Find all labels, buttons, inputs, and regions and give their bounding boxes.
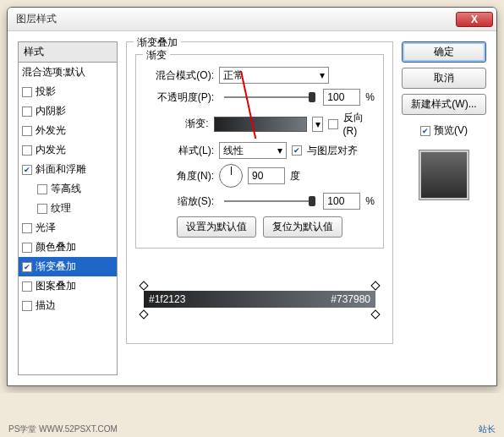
chevron-down-icon: ▾ [320,69,325,81]
gradient-stop-left: #1f2123 [149,293,185,305]
gradient-row: 渐变: ▾ 反向(R) [145,111,375,137]
gradient-subgroup: 渐变 混合模式(O): 正常 ▾ 不透明度(P): 100 % [135,54,384,249]
gradient-bar[interactable]: #1f2123 #737980 [144,291,375,308]
style-item[interactable]: 纹理 [19,199,117,218]
close-button[interactable]: X [456,12,493,27]
actions-panel: 确定 取消 新建样式(W)... ✔ 预览(V) [402,41,486,375]
style-row: 样式(L): 线性 ▾ ✔ 与图层对齐 [145,142,375,159]
scale-input[interactable]: 100 [323,193,360,210]
opacity-label: 不透明度(P): [145,90,214,105]
gradient-picker-button[interactable]: ▾ [312,117,323,132]
cancel-button[interactable]: 取消 [402,68,486,89]
ok-button[interactable]: 确定 [402,41,486,63]
style-item-label: 外发光 [36,123,66,138]
style-item[interactable]: ✔斜面和浮雕 [19,160,117,179]
style-label: 样式(L): [145,144,214,158]
slider-thumb[interactable] [309,196,315,206]
chevron-down-icon: ▾ [277,145,282,156]
transform-handle[interactable] [370,281,380,290]
style-checkbox[interactable] [37,184,47,194]
style-item-label: 纹理 [51,201,71,216]
scale-label: 缩放(S): [145,194,214,209]
gradient-overlay-group: 渐变叠加 渐变 混合模式(O): 正常 ▾ 不透明度(P): 100 [126,41,393,344]
transform-handle[interactable] [370,309,380,319]
styles-list: 混合选项:默认投影内阴影外发光内发光✔斜面和浮雕等高线纹理光泽颜色叠加✔渐变叠加… [18,63,118,375]
transform-handle[interactable] [139,281,148,290]
style-item-label: 光泽 [36,221,56,235]
style-item[interactable]: 等高线 [19,179,117,199]
style-item[interactable]: 内阴影 [19,101,117,121]
close-icon: X [471,14,478,25]
style-checkbox[interactable] [22,87,32,97]
style-item[interactable]: 内发光 [19,140,117,160]
style-item-label: 图案叠加 [36,279,76,293]
styles-list-panel: 样式 混合选项:默认投影内阴影外发光内发光✔斜面和浮雕等高线纹理光泽颜色叠加✔渐… [18,41,118,375]
align-checkbox[interactable]: ✔ [292,145,302,156]
style-checkbox[interactable] [22,126,32,136]
style-item-label: 等高线 [51,182,81,196]
style-select[interactable]: 线性 ▾ [219,142,287,159]
blend-mode-label: 混合模式(O): [145,68,214,83]
default-buttons-row: 设置为默认值 复位为默认值 [145,216,375,238]
style-checkbox[interactable] [22,107,32,117]
layer-style-dialog: 图层样式 X 样式 混合选项:默认投影内阴影外发光内发光✔斜面和浮雕等高线纹理光… [7,7,497,386]
style-item-label: 描边 [36,298,56,313]
style-checkbox[interactable] [22,243,32,253]
style-item[interactable]: 描边 [19,296,117,315]
new-style-button[interactable]: 新建样式(W)... [402,94,486,115]
gradient-swatch[interactable] [214,117,308,132]
styles-list-header: 样式 [18,41,118,63]
style-item[interactable]: 光泽 [19,218,117,238]
style-checkbox[interactable] [37,204,47,214]
reverse-label: 反向(R) [343,111,375,137]
opacity-slider[interactable] [224,96,313,98]
style-checkbox[interactable] [22,223,32,233]
preview-thumbnail [419,150,469,200]
angle-row: 角度(N): 90 度 [145,164,375,188]
style-item[interactable]: 图案叠加 [19,276,117,296]
angle-label: 角度(N): [145,169,214,183]
style-checkbox[interactable] [22,281,32,292]
scale-unit: % [365,195,375,207]
gradient-stop-right: #737980 [331,293,370,305]
style-item-label: 渐变叠加 [36,259,76,274]
transform-handle[interactable] [139,309,148,319]
window-title: 图层样式 [16,12,456,26]
style-item[interactable]: 投影 [19,82,117,101]
angle-dial[interactable] [219,164,243,188]
style-checkbox[interactable]: ✔ [22,165,32,175]
gradient-label: 渐变: [145,117,209,131]
reverse-checkbox[interactable] [328,119,337,129]
style-item[interactable]: 外发光 [19,121,117,140]
style-item-label: 颜色叠加 [36,240,76,254]
opacity-input[interactable]: 100 [323,89,360,106]
align-label: 与图层对齐 [307,144,358,158]
preview-toggle-row: ✔ 预览(V) [402,123,486,138]
chevron-down-icon: ▾ [315,118,320,130]
blend-mode-select[interactable]: 正常 ▾ [219,67,329,84]
style-checkbox[interactable] [22,301,32,311]
scale-row: 缩放(S): 100 % [145,193,375,210]
style-item[interactable]: 颜色叠加 [19,238,117,257]
style-item[interactable]: 混合选项:默认 [19,63,117,82]
set-default-button[interactable]: 设置为默认值 [177,216,256,238]
style-item-label: 内阴影 [36,104,66,118]
style-checkbox[interactable]: ✔ [22,262,32,272]
titlebar[interactable]: 图层样式 X [8,8,496,31]
style-item-label: 斜面和浮雕 [36,162,86,177]
opacity-unit: % [365,91,375,103]
preview-checkbox[interactable]: ✔ [420,126,430,136]
style-item-label: 投影 [36,85,56,99]
angle-unit: 度 [290,169,300,183]
style-item-label: 内发光 [36,143,66,157]
slider-thumb[interactable] [309,92,315,102]
style-item[interactable]: ✔渐变叠加 [19,257,117,276]
style-item-label: 混合选项:默认 [22,65,85,79]
style-checkbox[interactable] [22,145,32,156]
reset-default-button[interactable]: 复位为默认值 [263,216,342,238]
blend-mode-row: 混合模式(O): 正常 ▾ [145,67,375,84]
settings-panel: 渐变叠加 渐变 混合模式(O): 正常 ▾ 不透明度(P): 100 [126,41,393,375]
scale-slider[interactable] [224,200,313,202]
opacity-row: 不透明度(P): 100 % [145,89,375,106]
angle-input[interactable]: 90 [248,167,285,184]
